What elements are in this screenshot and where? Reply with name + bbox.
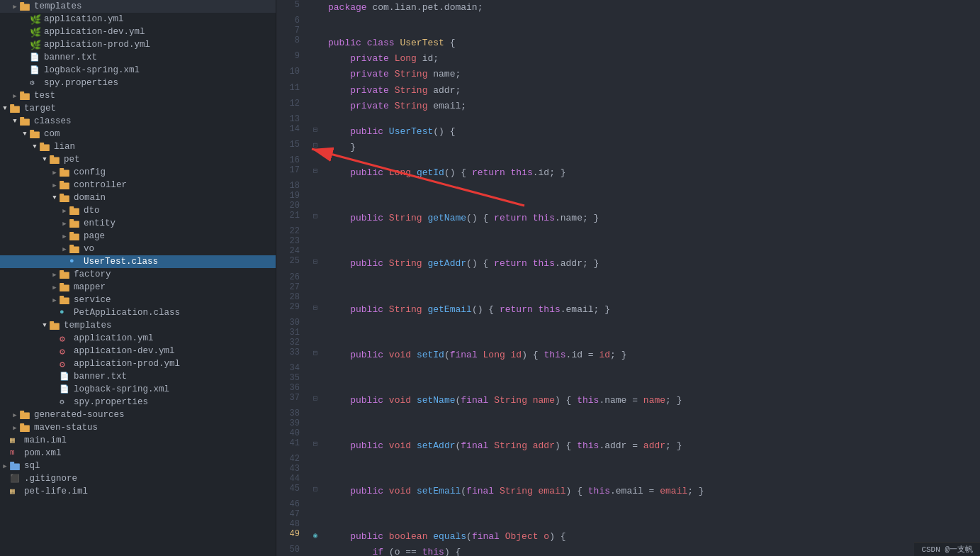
- tree-item-label: main.iml: [24, 435, 67, 445]
- expand-arrow[interactable]: ▶: [10, 3, 20, 11]
- svg-rect-33: [60, 296, 64, 298]
- expand-arrow-page[interactable]: ▶: [60, 233, 69, 240]
- expand-arrow-entity[interactable]: ▶: [60, 220, 69, 228]
- tree-item-pom[interactable]: m pom.xml: [0, 447, 276, 460]
- svg-rect-14: [60, 170, 69, 177]
- tree-item-mapper[interactable]: ▶ mapper: [0, 281, 276, 294]
- tree-item-controller[interactable]: ▶ controller: [0, 179, 276, 191]
- tree-item-banner-txt[interactable]: 📄 banner.txt: [0, 51, 276, 64]
- expand-arrow-com[interactable]: ▼: [20, 130, 30, 138]
- tree-item-config[interactable]: ▶ config: [0, 166, 276, 179]
- expand-arrow-config[interactable]: ▶: [50, 169, 60, 177]
- tree-item-maven-status[interactable]: ▶ maven-status: [0, 421, 276, 434]
- tree-item-label: service: [74, 295, 111, 305]
- folder-icon-dto: [69, 206, 81, 215]
- tree-item-spy-prop2[interactable]: ⚙ spy.properties: [0, 396, 276, 408]
- tree-item-logback2[interactable]: 📄 logback-spring.xml: [0, 383, 276, 396]
- tree-item-templates-top[interactable]: ▶ templates: [0, 0, 276, 13]
- spring-file-icon-red2: ⚙: [60, 346, 71, 356]
- tree-item-factory[interactable]: ▶ factory: [0, 268, 276, 281]
- expand-arrow-generated[interactable]: ▶: [10, 411, 20, 419]
- tree-item-pet[interactable]: ▼ pet: [0, 153, 276, 166]
- tree-item-app-yml2[interactable]: ⚙ application.yml: [0, 332, 276, 345]
- tree-item-generated[interactable]: ▶ generated-sources: [0, 408, 276, 421]
- tree-item-app-dev-yml[interactable]: 🌿 application-dev.yml: [0, 26, 276, 38]
- expand-arrow-test[interactable]: ▶: [10, 92, 20, 100]
- code-line-47: 47: [276, 509, 980, 519]
- tree-item-classes[interactable]: ▼ classes: [0, 115, 276, 128]
- svg-rect-27: [69, 245, 74, 247]
- tree-item-lian[interactable]: ▼ lian: [0, 140, 276, 153]
- code-line-49: 49 ◉ public boolean equals(final Object …: [276, 529, 980, 545]
- svg-rect-34: [50, 323, 60, 330]
- tree-item-label: PetApplication.class: [74, 308, 180, 318]
- spring-file-icon: 🌿: [30, 14, 41, 24]
- git-file-icon: ⬛: [10, 474, 21, 484]
- expand-arrow-dto[interactable]: ▶: [60, 207, 69, 215]
- tree-item-service[interactable]: ▶ service: [0, 294, 276, 306]
- code-line-30: 30: [276, 318, 980, 328]
- folder-icon-mapper: [60, 283, 71, 291]
- expand-arrow-templates-mid[interactable]: ▼: [40, 322, 50, 329]
- svg-rect-3: [20, 91, 24, 94]
- code-line-32: 32: [276, 338, 980, 348]
- tree-item-app-prod-yml2[interactable]: ⚙ application-prod.yml: [0, 357, 276, 370]
- expand-arrow-maven[interactable]: ▶: [10, 424, 20, 432]
- svg-rect-2: [20, 94, 30, 100]
- svg-rect-1: [20, 2, 24, 4]
- folder-icon-com: [30, 130, 41, 138]
- svg-rect-36: [20, 413, 30, 419]
- expand-arrow-classes[interactable]: ▼: [10, 118, 20, 125]
- tree-item-test[interactable]: ▶ test: [0, 89, 276, 102]
- tree-item-gitignore[interactable]: ⬛ .gitignore: [0, 472, 276, 485]
- expand-arrow-factory[interactable]: ▶: [50, 271, 60, 279]
- tree-item-logback[interactable]: 📄 logback-spring.xml: [0, 64, 276, 77]
- expand-arrow-sql[interactable]: ▶: [0, 462, 10, 470]
- tree-item-entity[interactable]: ▶ entity: [0, 217, 276, 230]
- tree-item-vo[interactable]: ▶ vo: [0, 243, 276, 255]
- tree-item-spy-prop[interactable]: ⚙ spy.properties: [0, 77, 276, 89]
- expand-arrow-service[interactable]: ▶: [50, 296, 60, 304]
- tree-item-label: application-dev.yml: [74, 346, 175, 356]
- file-tree[interactable]: ▶ templates 🌿 application.yml 🌿 applicat…: [0, 0, 276, 556]
- expand-arrow-domain[interactable]: ▼: [50, 194, 60, 201]
- expand-arrow-vo[interactable]: ▶: [60, 245, 69, 253]
- tree-item-templates-mid[interactable]: ▼ templates: [0, 319, 276, 332]
- svg-rect-24: [69, 234, 79, 240]
- tree-item-target[interactable]: ▼ target: [0, 102, 276, 115]
- tree-item-usertest-class[interactable]: ● UserTest.class: [0, 255, 276, 268]
- tree-item-label: application-dev.yml: [44, 27, 145, 37]
- tree-item-label: entity: [84, 218, 116, 228]
- expand-arrow-mapper[interactable]: ▶: [50, 284, 60, 291]
- tree-item-petapplication[interactable]: ● PetApplication.class: [0, 306, 276, 319]
- code-line-39: 39: [276, 418, 980, 428]
- expand-arrow-target[interactable]: ▼: [0, 105, 10, 112]
- tree-item-sql[interactable]: ▶ sql: [0, 460, 276, 472]
- svg-rect-32: [60, 298, 69, 304]
- code-line-15: 15 ⊟ }: [276, 140, 980, 155]
- tree-item-com[interactable]: ▼ com: [0, 128, 276, 140]
- tree-item-domain[interactable]: ▼ domain: [0, 191, 276, 204]
- expand-arrow-pet[interactable]: ▼: [40, 156, 50, 163]
- svg-rect-38: [20, 426, 30, 432]
- tree-item-app-yml[interactable]: 🌿 application.yml: [0, 13, 276, 26]
- tree-item-main-iml[interactable]: ▦ main.iml: [0, 434, 276, 447]
- code-line-18: 18: [276, 181, 980, 191]
- code-line-27: 27: [276, 282, 980, 292]
- prop-file-icon: ⚙: [30, 78, 41, 88]
- tree-item-page[interactable]: ▶ page: [0, 230, 276, 243]
- tree-item-label: banner.txt: [74, 372, 127, 382]
- folder-icon-target: [10, 104, 21, 113]
- tree-item-dto[interactable]: ▶ dto: [0, 204, 276, 217]
- tree-item-label: vo: [84, 244, 94, 254]
- code-line-19: 19: [276, 191, 980, 201]
- tree-item-app-dev-yml2[interactable]: ⚙ application-dev.yml: [0, 345, 276, 357]
- tree-item-pet-life-iml[interactable]: ▦ pet-life.iml: [0, 485, 276, 498]
- tree-item-app-prod-yml[interactable]: 🌿 application-prod.yml: [0, 38, 276, 51]
- iml-file-icon: ▦: [10, 435, 21, 445]
- svg-rect-35: [50, 321, 54, 323]
- tree-item-banner-txt2[interactable]: 📄 banner.txt: [0, 370, 276, 383]
- expand-arrow-lian[interactable]: ▼: [30, 143, 40, 150]
- svg-rect-28: [60, 272, 69, 279]
- expand-arrow-controller[interactable]: ▶: [50, 182, 60, 189]
